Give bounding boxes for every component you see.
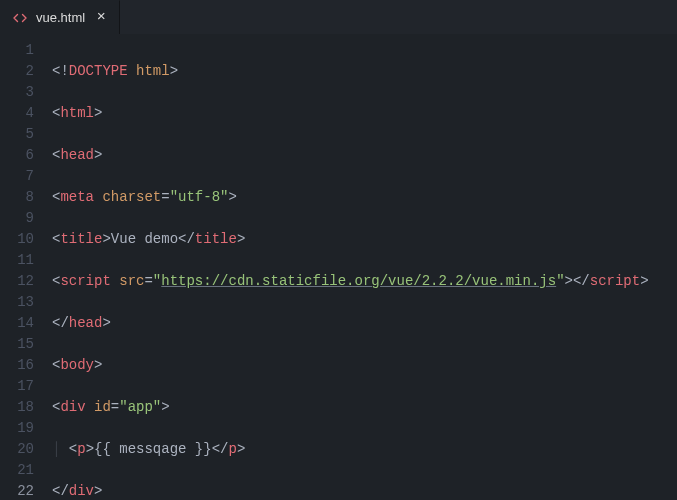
line-number: 10 — [0, 229, 52, 250]
code-file-icon — [12, 10, 28, 26]
code-line[interactable]: <head> — [52, 145, 649, 166]
tab-bar: vue.html × — [0, 0, 677, 34]
editor[interactable]: 1 2 3 4 5 6 7 8 9 10 11 12 13 14 15 16 1… — [0, 34, 677, 500]
code-line[interactable]: <meta charset="utf-8"> — [52, 187, 649, 208]
line-number: 5 — [0, 124, 52, 145]
code-line[interactable]: </head> — [52, 313, 649, 334]
line-number: 15 — [0, 334, 52, 355]
line-number: 8 — [0, 187, 52, 208]
line-number: 4 — [0, 103, 52, 124]
line-number: 1 — [0, 40, 52, 61]
code-line[interactable]: <html> — [52, 103, 649, 124]
line-number: 18 — [0, 397, 52, 418]
code-line[interactable]: <!DOCTYPE html> — [52, 61, 649, 82]
line-number: 19 — [0, 418, 52, 439]
line-number: 3 — [0, 82, 52, 103]
code-line[interactable]: <div id="app"> — [52, 397, 649, 418]
line-number: 14 — [0, 313, 52, 334]
tab-filename: vue.html — [36, 10, 85, 25]
line-number: 2 — [0, 61, 52, 82]
line-number: 13 — [0, 292, 52, 313]
tab-active[interactable]: vue.html × — [0, 0, 120, 34]
close-icon[interactable]: × — [93, 10, 109, 26]
line-number: 20 — [0, 439, 52, 460]
line-number: 7 — [0, 166, 52, 187]
line-number: 16 — [0, 355, 52, 376]
line-number: 6 — [0, 145, 52, 166]
code-line[interactable]: <title>Vue demo</title> — [52, 229, 649, 250]
code-line[interactable]: │ <p>{{ messqage }}</p> — [52, 439, 649, 460]
line-number-gutter: 1 2 3 4 5 6 7 8 9 10 11 12 13 14 15 16 1… — [0, 34, 52, 500]
code-area[interactable]: <!DOCTYPE html> <html> <head> <meta char… — [52, 34, 649, 500]
code-line[interactable]: <script src="https://cdn.staticfile.org/… — [52, 271, 649, 292]
code-line[interactable]: <body> — [52, 355, 649, 376]
line-number: 9 — [0, 208, 52, 229]
line-number: 17 — [0, 376, 52, 397]
line-number: 22 — [0, 481, 52, 500]
line-number: 11 — [0, 250, 52, 271]
line-number: 12 — [0, 271, 52, 292]
line-number: 21 — [0, 460, 52, 481]
code-line[interactable]: </div> — [52, 481, 649, 500]
